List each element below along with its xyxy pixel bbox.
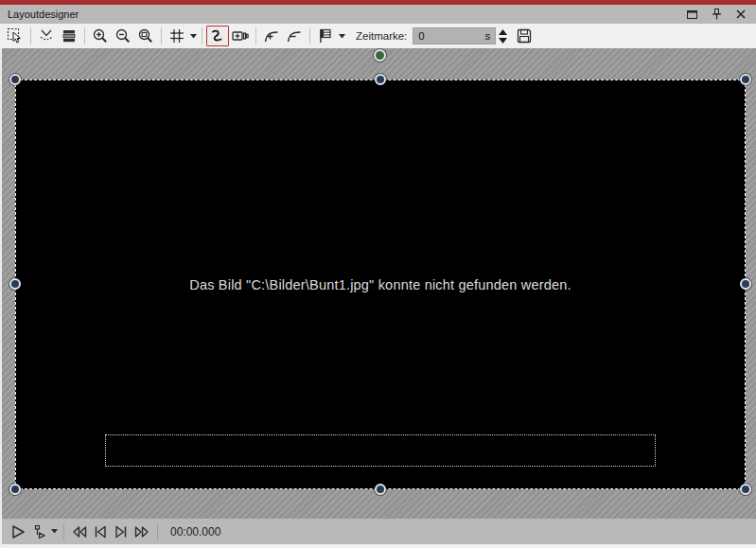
zoom-in-icon[interactable]: [89, 26, 112, 46]
zeitmarke-label: Zeitmarke:: [356, 30, 407, 42]
transport-separator: [157, 523, 158, 540]
play-icon[interactable]: [8, 521, 28, 542]
playback-time: 00:00.000: [170, 525, 220, 539]
zeitmarke-unit: s: [485, 30, 491, 42]
resize-handle-bottom-center[interactable]: [375, 484, 386, 495]
motion-path-curve-icon[interactable]: [206, 26, 229, 46]
fast-forward-icon[interactable]: [132, 521, 152, 542]
camera-pan-icon[interactable]: [229, 26, 252, 46]
pin-icon[interactable]: [709, 8, 724, 21]
resize-handle-bottom-right[interactable]: [740, 484, 751, 495]
toolbar: Zeitmarke: 0 s: [0, 24, 756, 48]
layout-canvas[interactable]: Das Bild "C:\Bilder\Bunt1.jpg" konnte ni…: [0, 48, 756, 519]
zoom-fit-icon[interactable]: [134, 26, 157, 46]
grid-dropdown-icon[interactable]: [188, 26, 198, 46]
spinner-down-icon[interactable]: [499, 38, 507, 44]
play-from-marker-icon[interactable]: [28, 521, 49, 542]
smooth-path-icon[interactable]: [35, 26, 58, 46]
rewind-icon[interactable]: [69, 521, 90, 542]
toolbar-separator: [309, 27, 310, 44]
zoom-out-icon[interactable]: [112, 26, 134, 46]
panel-title: Layoutdesigner: [8, 9, 79, 20]
spinner-up-icon[interactable]: [499, 29, 507, 35]
resize-handle-top-left[interactable]: [9, 74, 21, 85]
transport-bar: 00:00.000: [0, 519, 756, 544]
skip-to-end-icon[interactable]: [111, 521, 132, 542]
add-curve-point-icon[interactable]: [260, 26, 283, 46]
zeitmarke-spinner: [499, 29, 507, 44]
resize-handle-mid-left[interactable]: [9, 278, 21, 290]
missing-image-message: Das Bild "C:\Bilder\Bunt1.jpg" konnte ni…: [189, 277, 571, 292]
remove-curve-point-icon[interactable]: [283, 26, 306, 46]
bottom-strip: [0, 544, 756, 548]
resize-handle-bottom-left[interactable]: [9, 484, 21, 495]
play-options-dropdown-icon[interactable]: [49, 521, 59, 542]
resize-handle-top-center[interactable]: [375, 74, 386, 85]
layoutdesigner-window: Layoutdesigner: [0, 0, 756, 548]
toolbar-separator: [202, 27, 202, 44]
titlebar[interactable]: Layoutdesigner: [0, 5, 756, 24]
zeitmarke-input[interactable]: 0 s: [413, 27, 496, 44]
transport-separator: [63, 523, 64, 540]
marker-dropdown-icon[interactable]: [337, 26, 346, 46]
slide-stage[interactable]: Das Bild "C:\Bilder\Bunt1.jpg" konnte ni…: [15, 80, 746, 489]
layers-icon[interactable]: [58, 26, 80, 46]
grid-icon[interactable]: [166, 26, 188, 46]
select-tool-icon[interactable]: [4, 26, 26, 46]
zeitmarke-value: 0: [418, 30, 484, 42]
toolbar-separator: [30, 27, 31, 44]
rotation-handle[interactable]: [374, 49, 386, 62]
resize-handle-mid-right[interactable]: [740, 278, 751, 290]
resize-handle-top-right[interactable]: [740, 74, 751, 85]
toolbar-separator: [255, 27, 256, 44]
close-icon[interactable]: [733, 8, 748, 21]
titlebar-controls: [684, 8, 748, 21]
toolbar-separator: [84, 27, 85, 44]
skip-to-start-icon[interactable]: [90, 521, 111, 542]
timeline-marker-icon[interactable]: [314, 26, 337, 46]
toolbar-separator: [161, 27, 162, 44]
save-icon[interactable]: [513, 26, 536, 46]
maximize-icon[interactable]: [684, 8, 699, 21]
text-box-placeholder[interactable]: [105, 434, 656, 467]
